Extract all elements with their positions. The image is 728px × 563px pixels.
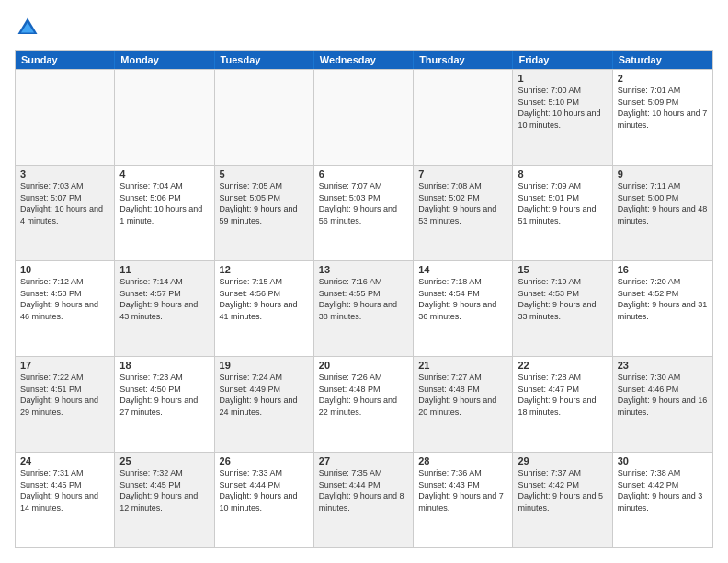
calendar-cell: 19Sunrise: 7:24 AM Sunset: 4:49 PM Dayli…	[215, 357, 314, 452]
day-number: 12	[220, 264, 309, 275]
page: SundayMondayTuesdayWednesdayThursdayFrid…	[0, 0, 728, 563]
calendar-cell: 22Sunrise: 7:28 AM Sunset: 4:47 PM Dayli…	[513, 357, 612, 452]
calendar-row: 1Sunrise: 7:00 AM Sunset: 5:10 PM Daylig…	[16, 69, 712, 165]
cell-text: Sunrise: 7:00 AM Sunset: 5:10 PM Dayligh…	[518, 85, 607, 131]
cell-text: Sunrise: 7:05 AM Sunset: 5:05 PM Dayligh…	[220, 180, 309, 226]
calendar-cell: 28Sunrise: 7:36 AM Sunset: 4:43 PM Dayli…	[414, 453, 513, 547]
day-number: 11	[119, 264, 209, 275]
cell-text: Sunrise: 7:20 AM Sunset: 4:52 PM Dayligh…	[618, 276, 708, 322]
cell-text: Sunrise: 7:18 AM Sunset: 4:54 PM Dayligh…	[418, 276, 507, 322]
calendar-cell: 18Sunrise: 7:23 AM Sunset: 4:50 PM Dayli…	[115, 357, 214, 452]
calendar-cell: 29Sunrise: 7:37 AM Sunset: 4:42 PM Dayli…	[513, 453, 612, 547]
cell-text: Sunrise: 7:22 AM Sunset: 4:51 PM Dayligh…	[20, 372, 109, 418]
cell-text: Sunrise: 7:03 AM Sunset: 5:07 PM Dayligh…	[20, 180, 109, 226]
calendar-cell	[16, 70, 115, 165]
calendar-cell: 21Sunrise: 7:27 AM Sunset: 4:48 PM Dayli…	[414, 357, 513, 452]
cell-text: Sunrise: 7:16 AM Sunset: 4:55 PM Dayligh…	[319, 276, 408, 322]
calendar-cell: 10Sunrise: 7:12 AM Sunset: 4:58 PM Dayli…	[16, 261, 115, 356]
calendar-cell: 30Sunrise: 7:38 AM Sunset: 4:42 PM Dayli…	[613, 453, 712, 547]
cal-header-cell: Thursday	[414, 51, 513, 69]
cal-header-cell: Saturday	[613, 51, 712, 69]
day-number: 9	[618, 168, 708, 179]
day-number: 16	[618, 264, 708, 275]
cell-text: Sunrise: 7:35 AM Sunset: 4:44 PM Dayligh…	[319, 467, 408, 513]
day-number: 2	[618, 73, 708, 84]
day-number: 20	[319, 360, 408, 371]
calendar-row: 17Sunrise: 7:22 AM Sunset: 4:51 PM Dayli…	[16, 356, 712, 452]
day-number: 23	[618, 360, 708, 371]
calendar-cell: 4Sunrise: 7:04 AM Sunset: 5:06 PM Daylig…	[115, 166, 214, 260]
calendar-cell: 26Sunrise: 7:33 AM Sunset: 4:44 PM Dayli…	[215, 453, 314, 547]
day-number: 22	[518, 360, 607, 371]
calendar-cell: 5Sunrise: 7:05 AM Sunset: 5:05 PM Daylig…	[215, 166, 314, 260]
cell-text: Sunrise: 7:09 AM Sunset: 5:01 PM Dayligh…	[518, 180, 607, 226]
calendar-cell: 23Sunrise: 7:30 AM Sunset: 4:46 PM Dayli…	[613, 357, 712, 452]
cell-text: Sunrise: 7:37 AM Sunset: 4:42 PM Dayligh…	[518, 467, 607, 513]
calendar-body: 1Sunrise: 7:00 AM Sunset: 5:10 PM Daylig…	[16, 69, 712, 547]
day-number: 21	[418, 360, 507, 371]
cell-text: Sunrise: 7:28 AM Sunset: 4:47 PM Dayligh…	[518, 372, 607, 418]
calendar-cell: 6Sunrise: 7:07 AM Sunset: 5:03 PM Daylig…	[314, 166, 414, 260]
day-number: 30	[618, 455, 708, 466]
calendar-cell: 11Sunrise: 7:14 AM Sunset: 4:57 PM Dayli…	[115, 261, 214, 356]
day-number: 14	[418, 264, 507, 275]
cal-header-cell: Monday	[115, 51, 214, 69]
cell-text: Sunrise: 7:12 AM Sunset: 4:58 PM Dayligh…	[20, 276, 109, 322]
cell-text: Sunrise: 7:23 AM Sunset: 4:50 PM Dayligh…	[119, 372, 209, 418]
calendar-cell: 15Sunrise: 7:19 AM Sunset: 4:53 PM Dayli…	[513, 261, 612, 356]
cell-text: Sunrise: 7:31 AM Sunset: 4:45 PM Dayligh…	[20, 467, 109, 513]
calendar-row: 10Sunrise: 7:12 AM Sunset: 4:58 PM Dayli…	[16, 260, 712, 356]
calendar-cell: 2Sunrise: 7:01 AM Sunset: 5:09 PM Daylig…	[613, 70, 712, 165]
calendar-cell: 16Sunrise: 7:20 AM Sunset: 4:52 PM Dayli…	[613, 261, 712, 356]
cell-text: Sunrise: 7:01 AM Sunset: 5:09 PM Dayligh…	[618, 85, 708, 131]
day-number: 3	[20, 168, 109, 179]
calendar-cell	[314, 70, 414, 165]
day-number: 17	[20, 360, 109, 371]
calendar-cell: 13Sunrise: 7:16 AM Sunset: 4:55 PM Dayli…	[314, 261, 414, 356]
logo-icon	[15, 15, 40, 40]
cell-text: Sunrise: 7:11 AM Sunset: 5:00 PM Dayligh…	[618, 180, 708, 226]
calendar-cell: 27Sunrise: 7:35 AM Sunset: 4:44 PM Dayli…	[314, 453, 414, 547]
calendar-cell: 1Sunrise: 7:00 AM Sunset: 5:10 PM Daylig…	[513, 70, 612, 165]
day-number: 7	[418, 168, 507, 179]
cell-text: Sunrise: 7:19 AM Sunset: 4:53 PM Dayligh…	[518, 276, 607, 322]
day-number: 13	[319, 264, 408, 275]
cell-text: Sunrise: 7:26 AM Sunset: 4:48 PM Dayligh…	[319, 372, 408, 418]
calendar-cell: 25Sunrise: 7:32 AM Sunset: 4:45 PM Dayli…	[115, 453, 214, 547]
calendar-cell: 8Sunrise: 7:09 AM Sunset: 5:01 PM Daylig…	[513, 166, 612, 260]
cal-header-cell: Tuesday	[215, 51, 314, 69]
day-number: 25	[119, 455, 209, 466]
cell-text: Sunrise: 7:27 AM Sunset: 4:48 PM Dayligh…	[418, 372, 507, 418]
calendar-cell	[115, 70, 214, 165]
cal-header-cell: Sunday	[16, 51, 115, 69]
cell-text: Sunrise: 7:32 AM Sunset: 4:45 PM Dayligh…	[119, 467, 209, 513]
day-number: 1	[518, 73, 607, 84]
cell-text: Sunrise: 7:08 AM Sunset: 5:02 PM Dayligh…	[418, 180, 507, 226]
calendar: SundayMondayTuesdayWednesdayThursdayFrid…	[15, 50, 713, 548]
cell-text: Sunrise: 7:07 AM Sunset: 5:03 PM Dayligh…	[319, 180, 408, 226]
day-number: 8	[518, 168, 607, 179]
day-number: 26	[220, 455, 309, 466]
day-number: 27	[319, 455, 408, 466]
cell-text: Sunrise: 7:15 AM Sunset: 4:56 PM Dayligh…	[220, 276, 309, 322]
calendar-header: SundayMondayTuesdayWednesdayThursdayFrid…	[16, 51, 712, 69]
header	[15, 15, 713, 40]
day-number: 29	[518, 455, 607, 466]
cell-text: Sunrise: 7:24 AM Sunset: 4:49 PM Dayligh…	[220, 372, 309, 418]
calendar-row: 24Sunrise: 7:31 AM Sunset: 4:45 PM Dayli…	[16, 452, 712, 547]
day-number: 5	[220, 168, 309, 179]
calendar-cell: 3Sunrise: 7:03 AM Sunset: 5:07 PM Daylig…	[16, 166, 115, 260]
calendar-row: 3Sunrise: 7:03 AM Sunset: 5:07 PM Daylig…	[16, 165, 712, 260]
day-number: 6	[319, 168, 408, 179]
cell-text: Sunrise: 7:30 AM Sunset: 4:46 PM Dayligh…	[618, 372, 708, 418]
day-number: 24	[20, 455, 109, 466]
cal-header-cell: Friday	[513, 51, 612, 69]
day-number: 19	[220, 360, 309, 371]
calendar-cell: 12Sunrise: 7:15 AM Sunset: 4:56 PM Dayli…	[215, 261, 314, 356]
calendar-cell: 9Sunrise: 7:11 AM Sunset: 5:00 PM Daylig…	[613, 166, 712, 260]
calendar-cell	[215, 70, 314, 165]
cal-header-cell: Wednesday	[314, 51, 414, 69]
calendar-cell: 24Sunrise: 7:31 AM Sunset: 4:45 PM Dayli…	[16, 453, 115, 547]
cell-text: Sunrise: 7:04 AM Sunset: 5:06 PM Dayligh…	[119, 180, 209, 226]
cell-text: Sunrise: 7:36 AM Sunset: 4:43 PM Dayligh…	[418, 467, 507, 513]
